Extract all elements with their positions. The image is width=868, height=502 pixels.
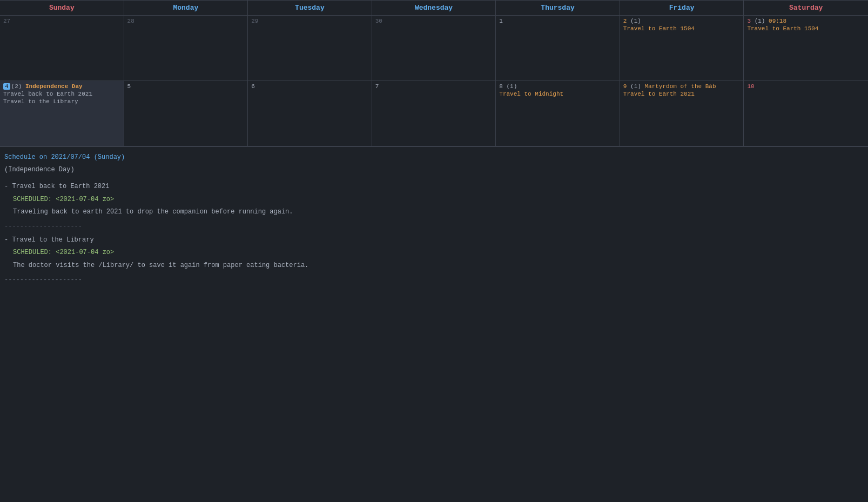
day-number: 28 [127,18,134,24]
schedule-title: Schedule on 2021/07/04 (Sunday) [4,152,864,163]
entry-desc: The doctor visits the /Library/ to save … [13,260,864,271]
calendar-weeks: 2728293012 (1) Travel to Earth 15043 (1)… [0,16,868,146]
calendar-event[interactable]: Travel to Earth 1504 [623,25,741,32]
schedule-section: Schedule on 2021/07/04 (Sunday) (Indepen… [0,146,868,294]
calendar-cell[interactable]: 4(2) Independence DayTravel back to Eart… [0,81,124,146]
calendar-cell[interactable]: 2 (1) Travel to Earth 1504 [620,16,744,81]
day-label: Martyrdom of the Báb [644,83,716,90]
calendar-event[interactable]: Travel to the Library [3,98,120,105]
event-count: (2) [11,83,25,90]
cell-day-number: 1 [499,18,616,24]
event-time: 09:18 [769,18,786,24]
calendar-day-name: Saturday [744,1,868,16]
event-count: (1) [503,83,517,90]
calendar-day-name: Thursday [496,1,620,16]
cell-day-number: 9 (1) Martyrdom of the Báb [623,83,741,90]
schedule-entry: - Travel back to Earth 2021SCHEDULED: <2… [4,182,864,217]
calendar-event[interactable]: Travel to Earth 2021 [623,91,741,97]
calendar-week: 4(2) Independence DayTravel back to Eart… [0,81,868,146]
calendar-day-name: Wednesday [372,1,496,16]
cell-day-number: 3 (1) 09:18 [747,18,865,24]
day-number: 1 [499,18,503,24]
day-number: 8 [499,83,503,90]
entry-scheduled: SCHEDULED: <2021-07-04 zo> [13,247,864,258]
entry-divider: -------------------- [4,222,864,232]
schedule-entry: - Travel to the LibrarySCHEDULED: <2021-… [4,235,864,271]
calendar-cell[interactable]: 8 (1)Travel to Midnight [496,81,620,146]
schedule-subtitle: (Independence Day) [4,165,864,175]
calendar-cell[interactable]: 29 [248,16,372,81]
cell-day-number: 2 (1) [623,18,741,24]
cell-day-number: 4(2) Independence Day [3,83,120,90]
calendar-cell[interactable]: 28 [124,16,248,81]
entry-scheduled: SCHEDULED: <2021-07-04 zo> [13,195,864,205]
calendar-event[interactable]: Travel to Earth 1504 [747,25,865,32]
event-count: (1) [627,83,644,90]
calendar-cell[interactable]: 10 [744,81,868,146]
entry-divider: -------------------- [4,275,864,285]
day-number: 6 [251,83,255,90]
calendar-cell[interactable]: 9 (1) Martyrdom of the BábTravel to Eart… [620,81,744,146]
calendar-cell[interactable]: 27 [0,16,124,81]
cell-day-number: 8 (1) [499,83,616,90]
calendar-cell[interactable]: 7 [372,81,496,146]
calendar-cell[interactable]: 5 [124,81,248,146]
entry-title: - Travel back to Earth 2021 [4,182,864,192]
calendar-cell[interactable]: 1 [496,16,620,81]
calendar-event[interactable]: Travel back to Earth 2021 [3,91,120,97]
cell-day-number: 27 [3,18,120,24]
cell-day-number: 6 [251,83,368,90]
day-number: 30 [375,18,382,24]
cell-day-number: 29 [251,18,368,24]
cell-day-number: 28 [127,18,245,24]
event-count: (1) [751,18,769,24]
cell-day-number: 7 [375,83,493,90]
calendar-week: 2728293012 (1) Travel to Earth 15043 (1)… [0,16,868,81]
day-number: 27 [3,18,10,24]
cell-day-number: 5 [127,83,245,90]
calendar-cell[interactable]: 30 [372,16,496,81]
cell-day-number: 10 [747,83,865,90]
day-number: 10 [747,83,754,90]
calendar-day-name: Tuesday [248,1,372,16]
calendar-event[interactable]: Travel to Midnight [499,91,616,97]
event-count: (1) [627,18,641,24]
calendar-day-name: Sunday [0,1,124,16]
entry-desc: Traveling back to earth 2021 to drop the… [13,207,864,217]
calendar-cell[interactable]: 3 (1) 09:18 Travel to Earth 1504 [744,16,868,81]
calendar-cell[interactable]: 6 [248,81,372,146]
calendar-day-name: Friday [620,1,744,16]
day-number: 7 [375,83,379,90]
day-badge: 4 [3,83,10,90]
calendar-day-name: Monday [124,1,248,16]
day-number: 5 [127,83,131,90]
entry-title: - Travel to the Library [4,235,864,245]
cell-day-number: 30 [375,18,493,24]
day-label: Independence Day [25,83,83,90]
day-number: 29 [251,18,258,24]
calendar-header: SundayMondayTuesdayWednesdayThursdayFrid… [0,1,868,16]
calendar: SundayMondayTuesdayWednesdayThursdayFrid… [0,0,868,146]
